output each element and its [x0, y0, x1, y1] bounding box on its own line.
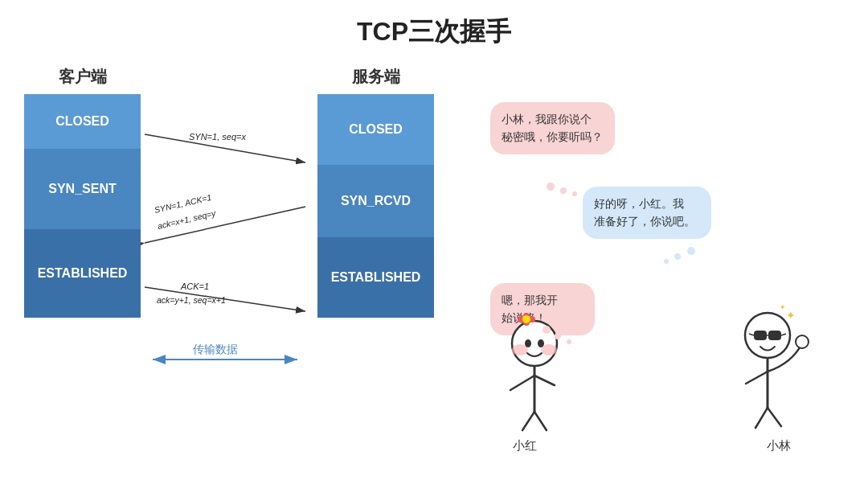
svg-text:SYN=1, seq=x: SYN=1, seq=x [189, 132, 246, 142]
svg-text:传输数据: 传输数据 [193, 343, 238, 355]
bubble1-dots [542, 175, 583, 199]
client-state-established: ESTABLISHED [24, 229, 141, 318]
server-state-established: ESTABLISHED [317, 237, 434, 318]
svg-rect-32 [768, 331, 781, 340]
char2-name: 小林 [767, 438, 791, 454]
character-xiaolin: ✦ ✦ [715, 271, 820, 432]
svg-rect-31 [754, 331, 767, 340]
bubble2-dots [655, 243, 703, 267]
arrows-area: SYN=1, seq=x SYN=1, ACK=1 ack=x+1, seq=y… [141, 94, 317, 372]
svg-point-41 [796, 335, 809, 348]
svg-line-25 [522, 412, 534, 430]
server-state-syn-rcvd: SYN_RCVD [317, 165, 434, 237]
client-label: 客户端 [59, 66, 107, 88]
svg-point-43 [560, 187, 567, 194]
svg-point-42 [547, 183, 555, 191]
svg-point-45 [687, 247, 695, 255]
svg-line-39 [768, 408, 781, 426]
client-state-syn-sent: SYN_SENT [24, 149, 141, 229]
svg-point-18 [525, 339, 531, 347]
page-title: TCP三次握手 [0, 0, 868, 58]
bubble-1: 小林，我跟你说个 秘密哦，你要听吗？ [490, 102, 615, 154]
svg-line-26 [534, 412, 547, 430]
svg-line-38 [755, 408, 768, 428]
client-state-closed: CLOSED [24, 94, 141, 149]
svg-text:✦: ✦ [780, 303, 786, 311]
svg-point-44 [572, 191, 577, 196]
client-column: 客户端 CLOSED SYN_SENT ESTABLISHED [24, 66, 141, 318]
char1-name: 小红 [513, 438, 537, 454]
character-xiaohong [482, 279, 587, 432]
server-state-closed: CLOSED [317, 94, 434, 165]
svg-point-48 [542, 326, 551, 334]
svg-point-49 [555, 333, 561, 339]
illustration-section: 小林，我跟你说个 秘密哦，你要听吗？ 好的呀，小红。我准备好了，你说吧。 嗯，那… [474, 58, 844, 476]
svg-text:ACK=1: ACK=1 [180, 281, 209, 291]
svg-point-24 [522, 315, 530, 323]
bubble-2: 好的呀，小红。我准备好了，你说吧。 [583, 187, 711, 239]
svg-point-50 [567, 339, 571, 344]
svg-text:ack=y+1, seq=x+1: ack=y+1, seq=x+1 [157, 295, 226, 305]
svg-point-46 [674, 253, 681, 260]
svg-line-40 [746, 372, 768, 384]
server-column: 服务端 CLOSED SYN_RCVD ESTABLISHED [317, 66, 434, 318]
svg-text:✦: ✦ [786, 309, 796, 322]
server-label: 服务端 [352, 66, 400, 88]
bubble3-dots [538, 323, 579, 347]
svg-line-28 [534, 376, 555, 385]
svg-line-27 [510, 376, 534, 390]
svg-point-47 [664, 259, 669, 264]
tcp-diagram: 客户端 CLOSED SYN_SENT ESTABLISHED [24, 66, 474, 372]
